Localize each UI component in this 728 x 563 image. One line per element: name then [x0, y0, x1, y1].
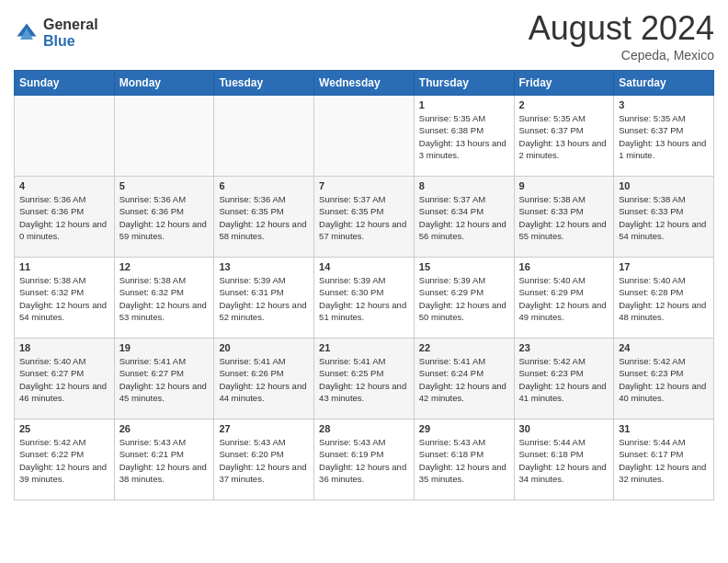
day-info: Sunrise: 5:39 AMSunset: 6:29 PMDaylight:…: [419, 274, 509, 323]
calendar-cell: 13Sunrise: 5:39 AMSunset: 6:31 PMDayligh…: [214, 258, 314, 339]
day-info: Sunrise: 5:44 AMSunset: 6:18 PMDaylight:…: [519, 436, 609, 485]
day-info: Sunrise: 5:38 AMSunset: 6:32 PMDaylight:…: [19, 274, 109, 323]
calendar-cell: 28Sunrise: 5:43 AMSunset: 6:19 PMDayligh…: [314, 419, 415, 500]
day-info: Sunrise: 5:41 AMSunset: 6:27 PMDaylight:…: [119, 355, 210, 404]
day-number: 29: [419, 423, 509, 434]
day-number: 21: [319, 342, 409, 353]
day-number: 15: [419, 261, 509, 272]
calendar-cell: 14Sunrise: 5:39 AMSunset: 6:30 PMDayligh…: [314, 258, 415, 339]
calendar-cell: 30Sunrise: 5:44 AMSunset: 6:18 PMDayligh…: [514, 419, 614, 500]
day-info: Sunrise: 5:41 AMSunset: 6:26 PMDaylight:…: [219, 355, 309, 404]
day-info: Sunrise: 5:36 AMSunset: 6:36 PMDaylight:…: [119, 193, 210, 242]
day-info: Sunrise: 5:42 AMSunset: 6:23 PMDaylight:…: [619, 355, 709, 404]
day-info: Sunrise: 5:43 AMSunset: 6:21 PMDaylight:…: [119, 436, 210, 485]
calendar-cell: 18Sunrise: 5:40 AMSunset: 6:27 PMDayligh…: [15, 339, 115, 419]
day-number: 3: [619, 99, 709, 110]
calendar-cell: [15, 96, 115, 177]
calendar-cell: 27Sunrise: 5:43 AMSunset: 6:20 PMDayligh…: [214, 419, 314, 500]
calendar-cell: 17Sunrise: 5:40 AMSunset: 6:28 PMDayligh…: [614, 258, 714, 339]
calendar-cell: [314, 96, 415, 177]
calendar-cell: 31Sunrise: 5:44 AMSunset: 6:17 PMDayligh…: [614, 419, 714, 500]
weekday-header-friday: Friday: [514, 71, 614, 96]
day-number: 10: [619, 180, 709, 191]
logo-general-text: General: [43, 17, 98, 33]
day-info: Sunrise: 5:38 AMSunset: 6:33 PMDaylight:…: [519, 193, 609, 242]
weekday-header-thursday: Thursday: [414, 71, 514, 96]
day-info: Sunrise: 5:38 AMSunset: 6:33 PMDaylight:…: [619, 193, 709, 242]
day-info: Sunrise: 5:36 AMSunset: 6:36 PMDaylight:…: [19, 193, 109, 242]
day-info: Sunrise: 5:36 AMSunset: 6:35 PMDaylight:…: [219, 193, 309, 242]
title-block: August 2024 Cepeda, Mexico: [529, 9, 714, 63]
day-info: Sunrise: 5:37 AMSunset: 6:35 PMDaylight:…: [319, 193, 409, 242]
logo-blue-text: Blue: [43, 33, 98, 50]
day-number: 7: [319, 180, 409, 191]
day-info: Sunrise: 5:43 AMSunset: 6:19 PMDaylight:…: [319, 436, 409, 485]
day-number: 27: [219, 423, 309, 434]
calendar-cell: 10Sunrise: 5:38 AMSunset: 6:33 PMDayligh…: [614, 177, 714, 258]
calendar-cell: 25Sunrise: 5:42 AMSunset: 6:22 PMDayligh…: [15, 419, 115, 500]
day-info: Sunrise: 5:42 AMSunset: 6:23 PMDaylight:…: [519, 355, 609, 404]
calendar-cell: 8Sunrise: 5:37 AMSunset: 6:34 PMDaylight…: [414, 177, 514, 258]
calendar-cell: 22Sunrise: 5:41 AMSunset: 6:24 PMDayligh…: [414, 339, 514, 419]
weekday-header-saturday: Saturday: [614, 71, 714, 96]
day-info: Sunrise: 5:42 AMSunset: 6:22 PMDaylight:…: [19, 436, 109, 485]
day-number: 26: [119, 423, 210, 434]
day-info: Sunrise: 5:40 AMSunset: 6:28 PMDaylight:…: [619, 274, 709, 323]
day-number: 31: [619, 423, 709, 434]
calendar-cell: 15Sunrise: 5:39 AMSunset: 6:29 PMDayligh…: [414, 258, 514, 339]
page-header: General Blue August 2024 Cepeda, Mexico: [14, 9, 714, 63]
calendar-header-row: SundayMondayTuesdayWednesdayThursdayFrid…: [15, 71, 714, 96]
day-number: 1: [419, 99, 509, 110]
weekday-header-tuesday: Tuesday: [214, 71, 314, 96]
day-info: Sunrise: 5:35 AMSunset: 6:37 PMDaylight:…: [619, 112, 709, 161]
day-number: 6: [219, 180, 309, 191]
calendar-cell: 3Sunrise: 5:35 AMSunset: 6:37 PMDaylight…: [614, 96, 714, 177]
day-number: 11: [19, 261, 109, 272]
day-info: Sunrise: 5:41 AMSunset: 6:24 PMDaylight:…: [419, 355, 509, 404]
logo: General Blue: [14, 17, 98, 49]
calendar-week-3: 11Sunrise: 5:38 AMSunset: 6:32 PMDayligh…: [15, 258, 714, 339]
calendar-cell: 29Sunrise: 5:43 AMSunset: 6:18 PMDayligh…: [414, 419, 514, 500]
day-info: Sunrise: 5:43 AMSunset: 6:18 PMDaylight:…: [419, 436, 509, 485]
calendar-cell: 2Sunrise: 5:35 AMSunset: 6:37 PMDaylight…: [514, 96, 614, 177]
calendar-cell: 5Sunrise: 5:36 AMSunset: 6:36 PMDaylight…: [114, 177, 214, 258]
day-number: 4: [19, 180, 109, 191]
day-number: 8: [419, 180, 509, 191]
calendar-cell: [214, 96, 314, 177]
day-info: Sunrise: 5:37 AMSunset: 6:34 PMDaylight:…: [419, 193, 509, 242]
day-info: Sunrise: 5:44 AMSunset: 6:17 PMDaylight:…: [619, 436, 709, 485]
calendar-cell: 6Sunrise: 5:36 AMSunset: 6:35 PMDaylight…: [214, 177, 314, 258]
calendar-table: SundayMondayTuesdayWednesdayThursdayFrid…: [14, 70, 714, 500]
day-number: 23: [519, 342, 609, 353]
day-info: Sunrise: 5:40 AMSunset: 6:29 PMDaylight:…: [519, 274, 609, 323]
day-number: 18: [19, 342, 109, 353]
calendar-cell: 11Sunrise: 5:38 AMSunset: 6:32 PMDayligh…: [15, 258, 115, 339]
day-info: Sunrise: 5:39 AMSunset: 6:30 PMDaylight:…: [319, 274, 409, 323]
day-number: 9: [519, 180, 609, 191]
day-number: 5: [119, 180, 210, 191]
day-info: Sunrise: 5:43 AMSunset: 6:20 PMDaylight:…: [219, 436, 309, 485]
calendar-week-2: 4Sunrise: 5:36 AMSunset: 6:36 PMDaylight…: [15, 177, 714, 258]
location: Cepeda, Mexico: [529, 48, 714, 63]
calendar-cell: 9Sunrise: 5:38 AMSunset: 6:33 PMDaylight…: [514, 177, 614, 258]
day-number: 30: [519, 423, 609, 434]
day-info: Sunrise: 5:40 AMSunset: 6:27 PMDaylight:…: [19, 355, 109, 404]
day-number: 25: [19, 423, 109, 434]
calendar-cell: [114, 96, 214, 177]
day-number: 20: [219, 342, 309, 353]
calendar-cell: 7Sunrise: 5:37 AMSunset: 6:35 PMDaylight…: [314, 177, 415, 258]
day-number: 17: [619, 261, 709, 272]
calendar-week-4: 18Sunrise: 5:40 AMSunset: 6:27 PMDayligh…: [15, 339, 714, 419]
day-info: Sunrise: 5:35 AMSunset: 6:37 PMDaylight:…: [519, 112, 609, 161]
month-year: August 2024: [529, 9, 714, 48]
calendar-week-1: 1Sunrise: 5:35 AMSunset: 6:38 PMDaylight…: [15, 96, 714, 177]
day-number: 14: [319, 261, 409, 272]
calendar-week-5: 25Sunrise: 5:42 AMSunset: 6:22 PMDayligh…: [15, 419, 714, 500]
calendar-cell: 19Sunrise: 5:41 AMSunset: 6:27 PMDayligh…: [114, 339, 214, 419]
calendar-cell: 24Sunrise: 5:42 AMSunset: 6:23 PMDayligh…: [614, 339, 714, 419]
calendar-cell: 26Sunrise: 5:43 AMSunset: 6:21 PMDayligh…: [114, 419, 214, 500]
calendar-cell: 20Sunrise: 5:41 AMSunset: 6:26 PMDayligh…: [214, 339, 314, 419]
calendar-cell: 16Sunrise: 5:40 AMSunset: 6:29 PMDayligh…: [514, 258, 614, 339]
weekday-header-sunday: Sunday: [15, 71, 115, 96]
calendar-cell: 23Sunrise: 5:42 AMSunset: 6:23 PMDayligh…: [514, 339, 614, 419]
